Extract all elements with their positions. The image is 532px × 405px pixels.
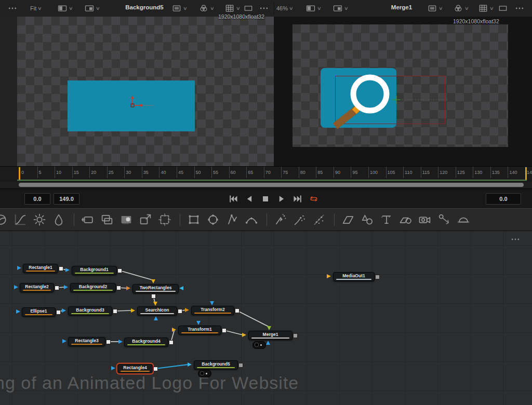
- color-corrector-icon[interactable]: [0, 212, 8, 227]
- spot-light-icon[interactable]: [437, 212, 451, 227]
- node-background3[interactable]: Background3: [68, 306, 112, 316]
- node-port[interactable]: [210, 301, 214, 305]
- node-rectangle3[interactable]: Rectangle3: [68, 337, 105, 346]
- play-reverse-button[interactable]: [243, 193, 256, 205]
- node-port[interactable]: [117, 268, 122, 273]
- left-viewer-roi-button[interactable]: [243, 3, 254, 14]
- right-viewer-channel-dropdown[interactable]: ∨: [427, 3, 443, 14]
- left-viewer-menu-dots[interactable]: [7, 3, 18, 14]
- text-3d-icon[interactable]: [379, 212, 394, 227]
- node-port[interactable]: [178, 309, 182, 314]
- range-in-field[interactable]: 0.0: [24, 193, 50, 205]
- node-port[interactable]: [118, 340, 123, 344]
- left-viewer-canvas[interactable]: [17, 17, 274, 166]
- stop-button[interactable]: [259, 193, 272, 205]
- right-viewer-subview-dropdown[interactable]: ∨: [332, 3, 348, 14]
- bspline-mask-icon[interactable]: [244, 212, 259, 227]
- node-port[interactable]: [16, 309, 20, 314]
- node-port[interactable]: [151, 279, 155, 284]
- node-port[interactable]: [188, 362, 192, 367]
- node-port[interactable]: [375, 275, 380, 279]
- blur-icon[interactable]: [51, 212, 66, 227]
- node-port[interactable]: [62, 308, 66, 313]
- node-port[interactable]: [172, 328, 176, 332]
- node-port[interactable]: [111, 366, 115, 370]
- node-port[interactable]: [17, 266, 21, 270]
- node-port[interactable]: [196, 321, 201, 325]
- right-viewer-color-controls-dropdown[interactable]: ∨: [453, 3, 469, 14]
- node-merge1[interactable]: Merge1: [248, 331, 292, 340]
- node-port[interactable]: [235, 308, 240, 313]
- goto-end-button[interactable]: [291, 193, 304, 205]
- node-background5[interactable]: Background5: [194, 360, 238, 370]
- node-port[interactable]: [185, 308, 189, 312]
- node-port[interactable]: [153, 367, 158, 371]
- node-port[interactable]: [126, 286, 130, 290]
- polygon-mask-icon[interactable]: [225, 212, 240, 227]
- node-rectangle1[interactable]: Rectangle1: [23, 264, 58, 273]
- rectangle-mask-icon[interactable]: [187, 212, 201, 227]
- right-viewer-grid-dropdown[interactable]: ∨: [478, 3, 494, 14]
- left-viewer-fit-dropdown[interactable]: Fit∨: [30, 3, 42, 14]
- loop-button[interactable]: [308, 193, 320, 205]
- node-port[interactable]: [169, 340, 174, 345]
- node-background4[interactable]: Background4: [124, 338, 168, 347]
- scrollbar-thumb[interactable]: [19, 183, 524, 187]
- node-port[interactable]: [64, 285, 68, 289]
- matte-control-icon[interactable]: [119, 212, 134, 227]
- paint-icon[interactable]: [273, 212, 288, 227]
- node-flags-badge[interactable]: [198, 370, 211, 377]
- range-out-field[interactable]: 149.0: [54, 193, 79, 205]
- node-port[interactable]: [154, 316, 158, 320]
- goto-start-button[interactable]: [227, 193, 240, 205]
- particle-emitter-icon[interactable]: [292, 212, 307, 227]
- playhead[interactable]: [19, 167, 20, 181]
- node-searchicon[interactable]: SearchIcon: [137, 306, 177, 316]
- brightness-contrast-icon[interactable]: [32, 212, 47, 227]
- left-viewer-ab-buffer-dropdown[interactable]: ∨: [57, 3, 73, 14]
- loader-icon[interactable]: [81, 212, 95, 227]
- image-plane-3d-icon[interactable]: [341, 212, 355, 227]
- color-curves-icon[interactable]: [13, 212, 28, 227]
- node-port[interactable]: [14, 285, 18, 289]
- node-port[interactable]: [238, 363, 243, 368]
- timeline-scrollbar[interactable]: [0, 182, 532, 188]
- left-viewer-grid-dropdown[interactable]: ∨: [224, 3, 240, 14]
- play-forward-button[interactable]: [275, 193, 288, 205]
- left-viewer-color-controls-dropdown[interactable]: ∨: [198, 3, 214, 14]
- shape-3d-icon[interactable]: [360, 212, 375, 227]
- node-port[interactable]: [65, 268, 70, 272]
- node-port[interactable]: [113, 309, 117, 314]
- resize-icon[interactable]: [138, 212, 153, 227]
- node-transform1[interactable]: Transform1: [178, 326, 221, 335]
- node-port[interactable]: [266, 341, 270, 345]
- node-port[interactable]: [222, 328, 227, 333]
- ellipse-mask-icon[interactable]: [206, 212, 220, 227]
- merge-icon[interactable]: [100, 212, 114, 227]
- right-viewer-roi-button[interactable]: [498, 3, 508, 14]
- particle-render-icon[interactable]: [312, 212, 326, 227]
- node-port[interactable]: [131, 308, 135, 313]
- node-port[interactable]: [106, 340, 111, 344]
- node-flags-badge[interactable]: [252, 341, 266, 349]
- node-rectangle4[interactable]: Rectangle4: [117, 364, 153, 373]
- pivot-crosshair[interactable]: [390, 93, 457, 106]
- node-port[interactable]: [59, 266, 63, 271]
- node-transform2[interactable]: Transform2: [191, 306, 234, 315]
- node-port[interactable]: [116, 286, 121, 290]
- node-port[interactable]: [55, 286, 59, 290]
- node-editor-options-dots[interactable]: [510, 234, 526, 242]
- node-ellipse1[interactable]: Ellipse1: [22, 307, 56, 317]
- center-transform-handle[interactable]: [124, 93, 166, 114]
- current-frame-field[interactable]: 0.0: [486, 193, 521, 205]
- node-port[interactable]: [153, 302, 157, 306]
- renderer-3d-icon[interactable]: [456, 212, 471, 227]
- node-port[interactable]: [56, 310, 61, 315]
- node-background1[interactable]: Background1: [72, 266, 117, 275]
- camera-3d-icon[interactable]: [418, 212, 432, 227]
- node-port[interactable]: [327, 274, 331, 278]
- left-viewer-subview-dropdown[interactable]: ∨: [84, 3, 100, 14]
- node-port[interactable]: [151, 294, 156, 299]
- merge-3d-icon[interactable]: [398, 212, 413, 227]
- node-port[interactable]: [179, 286, 183, 290]
